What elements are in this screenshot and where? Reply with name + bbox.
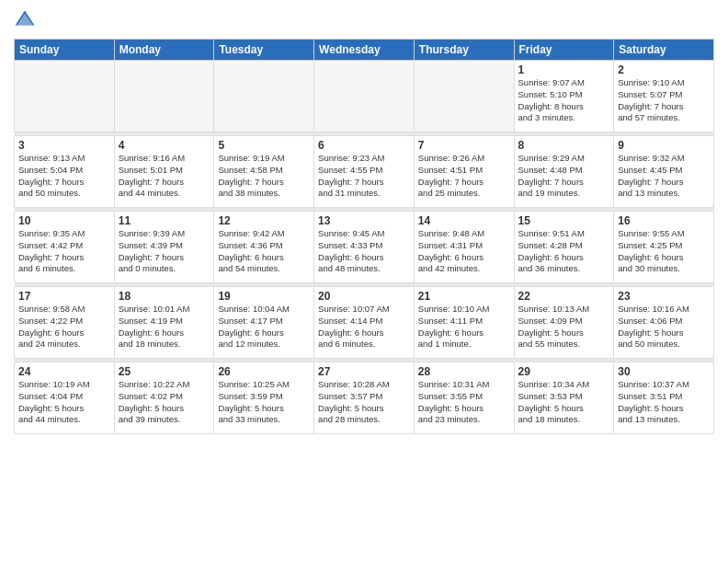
day-number: 26 (218, 365, 310, 378)
day-info: Sunrise: 10:10 AM Sunset: 4:11 PM Daylig… (418, 304, 510, 350)
calendar-cell: 15Sunrise: 9:51 AM Sunset: 4:28 PM Dayli… (514, 212, 614, 283)
day-info: Sunrise: 10:19 AM Sunset: 4:04 PM Daylig… (18, 379, 110, 426)
weekday-header-row: SundayMondayTuesdayWednesdayThursdayFrid… (15, 40, 714, 61)
day-number: 29 (518, 365, 610, 378)
day-number: 23 (618, 290, 710, 303)
calendar-cell: 21Sunrise: 10:10 AM Sunset: 4:11 PM Dayl… (414, 287, 514, 359)
day-info: Sunrise: 9:10 AM Sunset: 5:07 PM Dayligh… (618, 77, 710, 124)
day-number: 28 (418, 365, 510, 378)
day-info: Sunrise: 9:45 AM Sunset: 4:33 PM Dayligh… (318, 228, 410, 275)
day-number: 19 (218, 290, 310, 303)
day-info: Sunrise: 9:32 AM Sunset: 4:45 PM Dayligh… (618, 153, 710, 200)
day-number: 30 (618, 365, 710, 378)
calendar-cell: 25Sunrise: 10:22 AM Sunset: 4:02 PM Dayl… (114, 362, 214, 434)
day-number: 8 (518, 139, 610, 152)
calendar-cell (114, 61, 214, 132)
day-number: 25 (119, 365, 210, 378)
day-info: Sunrise: 9:42 AM Sunset: 4:36 PM Dayligh… (218, 228, 310, 275)
day-number: 9 (618, 139, 710, 152)
calendar-cell: 29Sunrise: 10:34 AM Sunset: 3:53 PM Dayl… (514, 362, 614, 434)
day-info: Sunrise: 9:48 AM Sunset: 4:31 PM Dayligh… (418, 228, 510, 275)
day-info: Sunrise: 10:25 AM Sunset: 3:59 PM Daylig… (218, 379, 310, 426)
calendar-cell: 7Sunrise: 9:26 AM Sunset: 4:51 PM Daylig… (414, 136, 514, 208)
calendar-week-row-0: 1Sunrise: 9:07 AM Sunset: 5:10 PM Daylig… (15, 61, 714, 132)
weekday-header-monday: Monday (114, 40, 214, 61)
calendar-cell: 8Sunrise: 9:29 AM Sunset: 4:48 PM Daylig… (514, 136, 614, 208)
calendar-week-row-4: 24Sunrise: 10:19 AM Sunset: 4:04 PM Dayl… (15, 362, 714, 434)
calendar-table: SundayMondayTuesdayWednesdayThursdayFrid… (14, 39, 714, 434)
day-info: Sunrise: 10:28 AM Sunset: 3:57 PM Daylig… (318, 379, 410, 426)
day-number: 18 (119, 290, 210, 303)
day-info: Sunrise: 10:01 AM Sunset: 4:19 PM Daylig… (119, 304, 210, 350)
day-number: 10 (18, 214, 110, 227)
day-number: 27 (318, 365, 410, 378)
day-info: Sunrise: 10:07 AM Sunset: 4:14 PM Daylig… (318, 304, 410, 350)
calendar-cell: 9Sunrise: 9:32 AM Sunset: 4:45 PM Daylig… (614, 136, 714, 208)
day-number: 5 (218, 139, 310, 152)
day-number: 20 (318, 290, 410, 303)
calendar-cell: 12Sunrise: 9:42 AM Sunset: 4:36 PM Dayli… (214, 212, 314, 283)
calendar-week-row-3: 17Sunrise: 9:58 AM Sunset: 4:22 PM Dayli… (15, 287, 714, 359)
day-number: 24 (18, 365, 110, 378)
day-info: Sunrise: 9:26 AM Sunset: 4:51 PM Dayligh… (418, 153, 510, 200)
day-info: Sunrise: 9:23 AM Sunset: 4:55 PM Dayligh… (318, 153, 410, 200)
day-info: Sunrise: 9:16 AM Sunset: 5:01 PM Dayligh… (119, 153, 210, 200)
calendar-cell: 10Sunrise: 9:35 AM Sunset: 4:42 PM Dayli… (15, 212, 115, 283)
day-number: 3 (18, 139, 110, 152)
calendar-cell: 20Sunrise: 10:07 AM Sunset: 4:14 PM Dayl… (314, 287, 415, 359)
day-info: Sunrise: 9:07 AM Sunset: 5:10 PM Dayligh… (518, 77, 610, 124)
day-info: Sunrise: 10:16 AM Sunset: 4:06 PM Daylig… (618, 304, 710, 350)
page: SundayMondayTuesdayWednesdayThursdayFrid… (0, 0, 728, 563)
day-info: Sunrise: 10:22 AM Sunset: 4:02 PM Daylig… (119, 379, 210, 426)
calendar-cell: 11Sunrise: 9:39 AM Sunset: 4:39 PM Dayli… (114, 212, 214, 283)
day-info: Sunrise: 9:35 AM Sunset: 4:42 PM Dayligh… (18, 228, 110, 275)
calendar-cell: 19Sunrise: 10:04 AM Sunset: 4:17 PM Dayl… (214, 287, 314, 359)
calendar-cell: 1Sunrise: 9:07 AM Sunset: 5:10 PM Daylig… (514, 61, 614, 132)
calendar-cell: 14Sunrise: 9:48 AM Sunset: 4:31 PM Dayli… (414, 212, 514, 283)
calendar-week-row-1: 3Sunrise: 9:13 AM Sunset: 5:04 PM Daylig… (15, 136, 714, 208)
calendar-cell: 22Sunrise: 10:13 AM Sunset: 4:09 PM Dayl… (514, 287, 614, 359)
calendar-cell: 3Sunrise: 9:13 AM Sunset: 5:04 PM Daylig… (15, 136, 115, 208)
calendar-cell: 24Sunrise: 10:19 AM Sunset: 4:04 PM Dayl… (15, 362, 115, 434)
day-number: 15 (518, 214, 610, 227)
calendar-cell: 4Sunrise: 9:16 AM Sunset: 5:01 PM Daylig… (114, 136, 214, 208)
day-number: 7 (418, 139, 510, 152)
calendar-cell (15, 61, 115, 132)
day-number: 11 (119, 214, 210, 227)
day-info: Sunrise: 10:13 AM Sunset: 4:09 PM Daylig… (518, 304, 610, 350)
day-number: 12 (218, 214, 310, 227)
logo (14, 9, 40, 31)
day-info: Sunrise: 10:04 AM Sunset: 4:17 PM Daylig… (218, 304, 310, 350)
weekday-header-wednesday: Wednesday (314, 40, 415, 61)
calendar-cell: 13Sunrise: 9:45 AM Sunset: 4:33 PM Dayli… (314, 212, 415, 283)
day-info: Sunrise: 9:29 AM Sunset: 4:48 PM Dayligh… (518, 153, 610, 200)
calendar-cell (214, 61, 314, 132)
calendar-cell: 28Sunrise: 10:31 AM Sunset: 3:55 PM Dayl… (414, 362, 514, 434)
weekday-header-thursday: Thursday (414, 40, 514, 61)
calendar-cell (314, 61, 415, 132)
day-info: Sunrise: 9:13 AM Sunset: 5:04 PM Dayligh… (18, 153, 110, 200)
calendar-cell: 16Sunrise: 9:55 AM Sunset: 4:25 PM Dayli… (614, 212, 714, 283)
calendar-cell: 17Sunrise: 9:58 AM Sunset: 4:22 PM Dayli… (15, 287, 115, 359)
calendar-cell: 18Sunrise: 10:01 AM Sunset: 4:19 PM Dayl… (114, 287, 214, 359)
day-number: 2 (618, 63, 710, 76)
calendar-cell: 23Sunrise: 10:16 AM Sunset: 4:06 PM Dayl… (614, 287, 714, 359)
day-info: Sunrise: 9:55 AM Sunset: 4:25 PM Dayligh… (618, 228, 710, 275)
calendar-cell: 27Sunrise: 10:28 AM Sunset: 3:57 PM Dayl… (314, 362, 415, 434)
weekday-header-tuesday: Tuesday (214, 40, 314, 61)
day-number: 1 (518, 63, 610, 76)
day-info: Sunrise: 9:39 AM Sunset: 4:39 PM Dayligh… (119, 228, 210, 275)
calendar-cell: 30Sunrise: 10:37 AM Sunset: 3:51 PM Dayl… (614, 362, 714, 434)
calendar-cell: 2Sunrise: 9:10 AM Sunset: 5:07 PM Daylig… (614, 61, 714, 132)
calendar-cell: 6Sunrise: 9:23 AM Sunset: 4:55 PM Daylig… (314, 136, 415, 208)
day-info: Sunrise: 10:34 AM Sunset: 3:53 PM Daylig… (518, 379, 610, 426)
weekday-header-sunday: Sunday (15, 40, 115, 61)
weekday-header-friday: Friday (514, 40, 614, 61)
day-info: Sunrise: 9:58 AM Sunset: 4:22 PM Dayligh… (18, 304, 110, 350)
weekday-header-saturday: Saturday (614, 40, 714, 61)
day-number: 6 (318, 139, 410, 152)
header (14, 9, 714, 31)
day-number: 21 (418, 290, 510, 303)
day-number: 14 (418, 214, 510, 227)
day-number: 4 (119, 139, 210, 152)
